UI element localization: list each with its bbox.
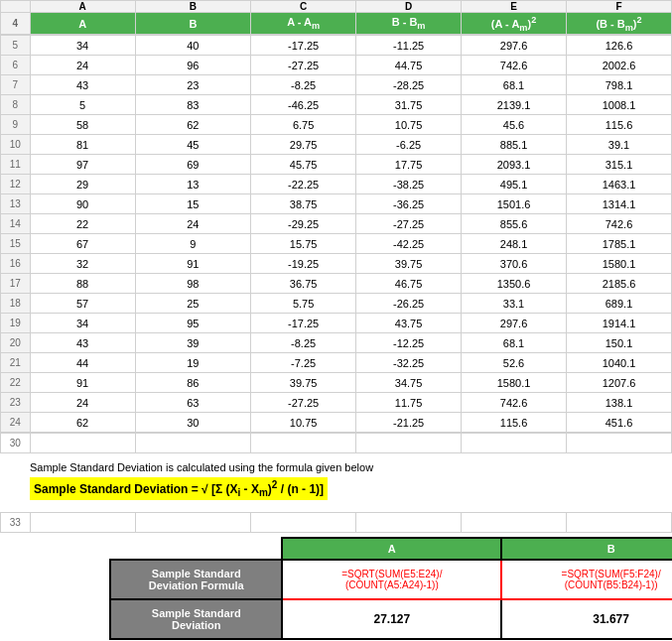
cell-c: -46.25 <box>251 95 356 115</box>
cell-b: 45 <box>135 135 251 155</box>
value-b: 31.677 <box>501 599 672 639</box>
cell-a: 90 <box>30 194 135 214</box>
cell-c: -27.25 <box>251 56 356 75</box>
cell-b: 69 <box>135 155 251 175</box>
cell-a: 88 <box>30 274 135 294</box>
cell-f: 1314.1 <box>567 194 672 214</box>
label-deviation: Sample StandardDeviation <box>110 599 282 639</box>
table-row: 193495-17.2543.75297.61914.1 <box>1 314 672 333</box>
table-row: 1567915.75-42.25248.11785.1 <box>1 234 672 254</box>
formula-a: =SQRT(SUM(E5:E24)/(COUNT(A5:A24)-1)) <box>282 560 501 599</box>
cell-c: 6.75 <box>251 115 356 135</box>
cell-e: 370.6 <box>462 254 567 274</box>
value-a: 27.127 <box>282 599 501 639</box>
cell-b: 95 <box>135 314 251 333</box>
cell-e: 297.6 <box>462 36 567 56</box>
cell-d: 11.75 <box>356 393 462 413</box>
cell-f: 39.1 <box>567 135 672 155</box>
row-num: 22 <box>1 373 31 393</box>
cell-b: 63 <box>135 393 251 413</box>
cell-b: 15 <box>135 194 251 214</box>
empty-rows-33-34: 33 <box>0 512 672 533</box>
cell-f: 1040.1 <box>567 353 672 373</box>
cell-b: 24 <box>135 214 251 234</box>
col-d-header: D <box>356 1 462 13</box>
cell-f: 451.6 <box>567 413 672 433</box>
table-row: 214419-7.25-32.2552.61040.1 <box>1 353 672 373</box>
col-b-header: B <box>135 1 251 13</box>
header-a: A <box>30 13 135 35</box>
col-e-header: E <box>462 1 567 13</box>
row-num: 14 <box>1 214 31 234</box>
cell-d: -32.25 <box>356 353 462 373</box>
cell-f: 1580.1 <box>567 254 672 274</box>
table-row: 11976945.7517.752093.1315.1 <box>1 155 672 175</box>
cell-e: 742.6 <box>462 56 567 75</box>
header-b: B <box>135 13 251 35</box>
cell-e: 297.6 <box>462 314 567 333</box>
cell-c: 29.75 <box>251 135 356 155</box>
col-f-header: F <box>567 1 672 13</box>
row-num: 7 <box>1 75 31 95</box>
header-d: B - Bm <box>356 13 462 35</box>
cell-f: 1207.6 <box>567 373 672 393</box>
cell-f: 115.6 <box>567 115 672 135</box>
table-row: 24623010.75-21.25115.6451.6 <box>1 413 672 433</box>
cell-f: 689.1 <box>567 294 672 314</box>
cell-b: 40 <box>135 36 251 56</box>
cell-d: -12.25 <box>356 333 462 353</box>
row-num: 21 <box>1 353 31 373</box>
main-table: A B C D E F 4 A B A - Am B - Bm (A - Am)… <box>0 0 672 35</box>
cell-b: 13 <box>135 175 251 194</box>
cell-f: 2185.6 <box>567 274 672 294</box>
cell-b: 98 <box>135 274 251 294</box>
table-row: 22918639.7534.751580.11207.6 <box>1 373 672 393</box>
cell-a: 34 <box>30 36 135 56</box>
bottom-table-wrapper: A B Sample StandardDeviation Formula =SQ… <box>0 533 672 641</box>
cell-c: -27.25 <box>251 393 356 413</box>
cell-d: -6.25 <box>356 135 462 155</box>
cell-c: 45.75 <box>251 155 356 175</box>
cell-e: 1580.1 <box>462 373 567 393</box>
empty-row-30-table: 30 <box>0 433 672 453</box>
cell-a: 91 <box>30 373 135 393</box>
cell-b: 83 <box>135 95 251 115</box>
row-num: 17 <box>1 274 31 294</box>
row-num: 24 <box>1 413 31 433</box>
cell-c: 38.75 <box>251 194 356 214</box>
cell-b: 23 <box>135 75 251 95</box>
bottom-result-table: A B Sample StandardDeviation Formula =SQ… <box>109 537 672 640</box>
row-num: 8 <box>1 95 31 115</box>
cell-a: 81 <box>30 135 135 155</box>
cell-d: 46.75 <box>356 274 462 294</box>
cell-a: 5 <box>30 95 135 115</box>
row-num-header <box>1 1 31 13</box>
empty-row-30-num: 30 <box>1 434 31 453</box>
cell-e: 115.6 <box>462 413 567 433</box>
formula-b: =SQRT(SUM(F5:F24)/(COUNT(B5:B24)-1)) <box>501 560 672 599</box>
cell-d: 44.75 <box>356 56 462 75</box>
row-num: 9 <box>1 115 31 135</box>
cell-d: 10.75 <box>356 115 462 135</box>
cell-b: 62 <box>135 115 251 135</box>
cell-d: 17.75 <box>356 155 462 175</box>
data-header-row: 4 A B A - Am B - Bm (A - Am)2 (B - Bm)2 <box>1 13 672 35</box>
header-e: (A - Am)2 <box>462 13 567 35</box>
bottom-header-row: A B <box>110 538 672 560</box>
row-num: 15 <box>1 234 31 254</box>
cell-b: 96 <box>135 56 251 75</box>
cell-e: 885.1 <box>462 135 567 155</box>
bottom-header-a: A <box>282 538 501 560</box>
row-num: 10 <box>1 135 31 155</box>
cell-d: 31.75 <box>356 95 462 115</box>
cell-f: 126.6 <box>567 36 672 56</box>
row-4-num: 4 <box>1 13 31 35</box>
label-formula: Sample StandardDeviation Formula <box>110 560 282 599</box>
cell-f: 798.1 <box>567 75 672 95</box>
bottom-header-b: B <box>501 538 672 560</box>
cell-a: 44 <box>30 353 135 373</box>
table-row: 8583-46.2531.752139.11008.1 <box>1 95 672 115</box>
row-num: 23 <box>1 393 31 413</box>
cell-b: 91 <box>135 254 251 274</box>
table-row: 232463-27.2511.75742.6138.1 <box>1 393 672 413</box>
